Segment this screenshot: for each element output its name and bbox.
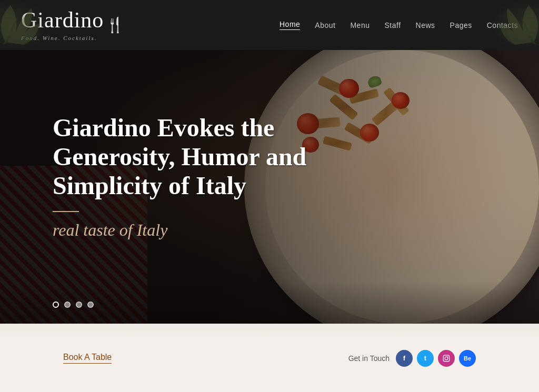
social-facebook-icon[interactable]: f [396, 350, 413, 367]
footer-bar: Book A Table Get in Touch f t Be [0, 324, 539, 392]
carousel-dots [53, 301, 94, 308]
hero-divider [53, 211, 79, 212]
nav-item-about[interactable]: About [315, 21, 335, 29]
book-table-link[interactable]: Book A Table [63, 353, 112, 364]
nav-item-pages[interactable]: Pages [450, 21, 472, 29]
nav-item-news[interactable]: News [416, 21, 435, 29]
hero-section: Giardino Evokes the Generosity, Humor an… [0, 50, 539, 324]
nav-item-home[interactable]: Home [280, 20, 300, 30]
carousel-dot-2[interactable] [64, 301, 71, 308]
header: Giardino🍴 Food. Wine. Cocktails. Home Ab… [0, 0, 539, 50]
social-icons: f t Be [396, 350, 476, 367]
leaf-decoration-left [0, 0, 42, 50]
svg-rect-0 [443, 355, 450, 361]
social-instagram-icon[interactable] [438, 350, 455, 367]
hero-title: Giardino Evokes the Generosity, Humor an… [53, 113, 358, 200]
social-behance-icon[interactable]: Be [459, 350, 476, 367]
main-nav: Home About Menu Staff News Pages Contact… [280, 20, 518, 30]
carousel-dot-3[interactable] [76, 301, 82, 308]
svg-point-2 [447, 356, 448, 357]
nav-item-staff[interactable]: Staff [384, 21, 401, 29]
hero-content: Giardino Evokes the Generosity, Humor an… [53, 113, 358, 240]
fork-icon: 🍴 [106, 17, 124, 33]
get-in-touch-label: Get in Touch [348, 354, 390, 363]
carousel-dot-4[interactable] [87, 301, 94, 308]
svg-point-1 [445, 357, 448, 360]
book-table-section: Book A Table [63, 353, 112, 364]
leaf-decoration-right [497, 0, 539, 50]
hero-subtitle: real taste of Italy [53, 220, 358, 240]
nav-item-menu[interactable]: Menu [350, 21, 370, 29]
get-in-touch-section: Get in Touch f t Be [348, 350, 476, 367]
social-twitter-icon[interactable]: t [417, 350, 434, 367]
carousel-dot-1[interactable] [53, 301, 59, 308]
